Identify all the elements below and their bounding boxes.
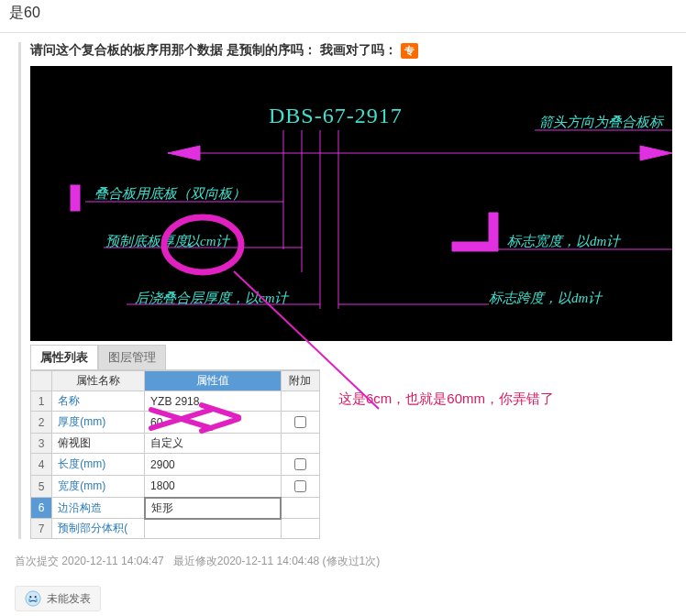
row-num: 1 bbox=[31, 391, 52, 412]
tab-properties[interactable]: 属性列表 bbox=[30, 345, 98, 369]
first-submit-time: 2020-12-11 14:04:47 bbox=[61, 555, 163, 567]
first-submit-label: 首次提交 bbox=[15, 555, 59, 567]
svg-point-18 bbox=[29, 596, 31, 598]
question-text: 请问这个复合板的板序用那个数据 是预制的序吗： 我画对了吗： bbox=[30, 42, 397, 59]
row-name: 边沿构造 bbox=[52, 498, 145, 519]
svg-point-17 bbox=[26, 591, 40, 606]
row-value[interactable]: 自定义 bbox=[145, 434, 281, 454]
row-num: 5 bbox=[31, 476, 52, 498]
table-row[interactable]: 2 厚度(mm) 60 bbox=[31, 412, 320, 434]
annotation-text: 这是6cm，也就是60mm，你弄错了 bbox=[338, 390, 554, 408]
cad-label-2-circled: 以cm计 bbox=[186, 234, 231, 248]
table-row[interactable]: 7 预制部分体积( bbox=[31, 519, 320, 539]
cad-label-1: 叠合板用底板（双向板） bbox=[94, 186, 246, 201]
col-extra-header: 附加 bbox=[281, 371, 319, 391]
row-name: 厚度(mm) bbox=[52, 412, 145, 434]
tab-layers[interactable]: 图层管理 bbox=[98, 345, 166, 369]
question-line: 请问这个复合板的板序用那个数据 是预制的序吗： 我画对了吗： 专 bbox=[30, 42, 686, 59]
svg-marker-8 bbox=[452, 213, 498, 251]
modified-count: (修改过1次) bbox=[323, 555, 381, 567]
cry-face-icon bbox=[25, 590, 41, 607]
row-value[interactable]: 2900 bbox=[145, 454, 281, 476]
status-text: 未能发表 bbox=[47, 591, 91, 607]
cad-title: DBS-67-2917 bbox=[269, 104, 403, 127]
row-extra bbox=[281, 519, 319, 539]
col-name-header: 属性名称 bbox=[52, 371, 145, 391]
row-num: 4 bbox=[31, 454, 52, 476]
cad-label-2-prefix: 预制底板厚度, bbox=[105, 234, 192, 248]
cad-diagram: DBS-67-2917 箭头方向为叠合板标 叠合板用底板（双向板） 预制底板厚度… bbox=[30, 66, 672, 341]
table-row[interactable]: 3 俯视图 自定义 bbox=[31, 434, 320, 454]
expert-badge: 专 bbox=[401, 43, 418, 59]
row-extra bbox=[281, 498, 319, 519]
row-extra bbox=[281, 434, 319, 454]
svg-point-19 bbox=[35, 596, 37, 598]
last-modified-time: 2020-12-11 14:04:48 bbox=[217, 555, 319, 567]
svg-marker-2 bbox=[640, 146, 672, 160]
extra-checkbox[interactable] bbox=[294, 416, 306, 428]
extra-checkbox[interactable] bbox=[294, 458, 306, 470]
row-value[interactable]: 60 bbox=[145, 412, 281, 434]
property-table-wrap: 属性列表 图层管理 属性名称 属性值 附加 1 bbox=[30, 345, 320, 539]
row-extra bbox=[281, 454, 319, 476]
tabs: 属性列表 图层管理 bbox=[30, 345, 320, 370]
table-row[interactable]: 4 长度(mm) 2900 bbox=[31, 454, 320, 476]
row-num: 7 bbox=[31, 519, 52, 539]
row-num: 3 bbox=[31, 434, 52, 454]
row-name: 宽度(mm) bbox=[52, 476, 145, 498]
meta-line: 首次提交 2020-12-11 14:04:47 最近修改2020-12-11 … bbox=[15, 554, 686, 569]
row-name: 名称 bbox=[52, 391, 145, 412]
row-value[interactable]: 矩形 bbox=[145, 498, 281, 519]
status-badge: 未能发表 bbox=[15, 586, 101, 611]
row-value[interactable]: 1800 bbox=[145, 476, 281, 498]
table-row[interactable]: 1 名称 YZB 2918 bbox=[31, 391, 320, 412]
cad-svg: DBS-67-2917 箭头方向为叠合板标 叠合板用底板（双向板） 预制底板厚度… bbox=[30, 66, 672, 341]
cad-label-4: 标志宽度，以dm计 bbox=[507, 234, 622, 248]
row-name: 预制部分体积( bbox=[52, 519, 145, 539]
row-num: 6 bbox=[31, 498, 52, 519]
row-value[interactable]: YZB 2918 bbox=[145, 391, 281, 412]
divider bbox=[0, 32, 686, 33]
extra-checkbox[interactable] bbox=[294, 480, 306, 492]
row-name: 长度(mm) bbox=[52, 454, 145, 476]
cad-label-5: 标志跨度，以dm计 bbox=[489, 291, 603, 305]
property-table: 属性名称 属性值 附加 1 名称 YZB 2918 2 bbox=[30, 370, 320, 539]
row-value[interactable] bbox=[145, 519, 281, 539]
last-modified-label: 最近修改 bbox=[173, 555, 217, 567]
svg-marker-1 bbox=[168, 146, 200, 160]
content-block: 请问这个复合板的板序用那个数据 是预制的序吗： 我画对了吗： 专 bbox=[18, 42, 686, 539]
row-name: 俯视图 bbox=[52, 434, 145, 454]
row-extra bbox=[281, 476, 319, 498]
svg-rect-7 bbox=[71, 185, 80, 211]
table-row[interactable]: 5 宽度(mm) 1800 bbox=[31, 476, 320, 498]
table-row[interactable]: 6 边沿构造 矩形 bbox=[31, 498, 320, 519]
row-extra bbox=[281, 412, 319, 434]
row-num: 2 bbox=[31, 412, 52, 434]
page-top-text: 是60 bbox=[0, 0, 686, 27]
col-rownum bbox=[31, 371, 52, 391]
col-value-header: 属性值 bbox=[145, 371, 281, 391]
cad-label-3: 后浇叠合层厚度，以cm计 bbox=[135, 291, 290, 305]
row-extra bbox=[281, 391, 319, 412]
table-annotation-wrap: 属性列表 图层管理 属性名称 属性值 附加 1 bbox=[30, 345, 686, 539]
cad-label-topright: 箭头方向为叠合板标 bbox=[539, 115, 665, 129]
